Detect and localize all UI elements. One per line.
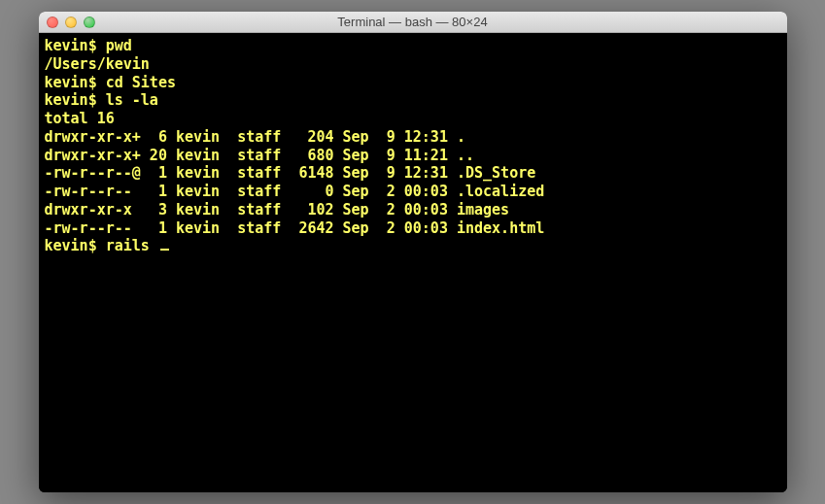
output-text: drwxr-xr-x 3 kevin staff 102 Sep 2 00:03… bbox=[45, 201, 510, 218]
output-text: -rw-r--r-- 1 kevin staff 0 Sep 2 00:03 .… bbox=[45, 183, 545, 200]
terminal-line: -rw-r--r-- 1 kevin staff 2642 Sep 2 00:0… bbox=[45, 219, 781, 238]
window-title: Terminal — bash — 80×24 bbox=[39, 15, 787, 29]
terminal-line: /Users/kevin bbox=[45, 55, 781, 74]
output-text: -rw-r--r--@ 1 kevin staff 6148 Sep 9 12:… bbox=[45, 164, 536, 182]
terminal-line: kevin$ pwd bbox=[45, 37, 781, 55]
maximize-icon[interactable] bbox=[84, 17, 95, 28]
terminal-current-line[interactable]: kevin$ rails bbox=[45, 237, 781, 255]
terminal-line: kevin$ ls -la bbox=[45, 91, 781, 110]
cursor-icon bbox=[160, 249, 169, 251]
terminal-body[interactable]: kevin$ pwd/Users/kevinkevin$ cd Siteskev… bbox=[39, 33, 787, 492]
output-text: -rw-r--r-- 1 kevin staff 2642 Sep 2 00:0… bbox=[45, 219, 545, 237]
terminal-line: drwxr-xr-x+ 6 kevin staff 204 Sep 9 12:3… bbox=[45, 128, 781, 147]
command-input[interactable]: rails bbox=[97, 237, 158, 254]
titlebar[interactable]: Terminal — bash — 80×24 bbox=[39, 12, 787, 33]
traffic-lights bbox=[47, 17, 95, 28]
prompt: kevin$ bbox=[45, 37, 97, 54]
prompt: kevin$ bbox=[45, 91, 97, 109]
terminal-line: -rw-r--r-- 1 kevin staff 0 Sep 2 00:03 .… bbox=[45, 183, 781, 201]
prompt: kevin$ bbox=[45, 74, 97, 91]
terminal-line: -rw-r--r--@ 1 kevin staff 6148 Sep 9 12:… bbox=[45, 164, 781, 183]
output-text: drwxr-xr-x+ 20 kevin staff 680 Sep 9 11:… bbox=[45, 147, 475, 164]
terminal-line: drwxr-xr-x 3 kevin staff 102 Sep 2 00:03… bbox=[45, 201, 781, 219]
terminal-line: total 16 bbox=[45, 110, 781, 128]
minimize-icon[interactable] bbox=[65, 17, 77, 28]
output-text: drwxr-xr-x+ 6 kevin staff 204 Sep 9 12:3… bbox=[45, 128, 465, 146]
prompt: kevin$ bbox=[45, 237, 97, 254]
command-text: pwd bbox=[97, 37, 132, 54]
output-text: total 16 bbox=[45, 110, 115, 127]
terminal-window: Terminal — bash — 80×24 kevin$ pwd/Users… bbox=[39, 12, 787, 492]
command-text: ls -la bbox=[97, 91, 158, 109]
output-text: /Users/kevin bbox=[45, 55, 150, 73]
terminal-line: drwxr-xr-x+ 20 kevin staff 680 Sep 9 11:… bbox=[45, 147, 781, 165]
command-text: cd Sites bbox=[97, 74, 176, 91]
terminal-line: kevin$ cd Sites bbox=[45, 74, 781, 92]
close-icon[interactable] bbox=[47, 17, 58, 28]
